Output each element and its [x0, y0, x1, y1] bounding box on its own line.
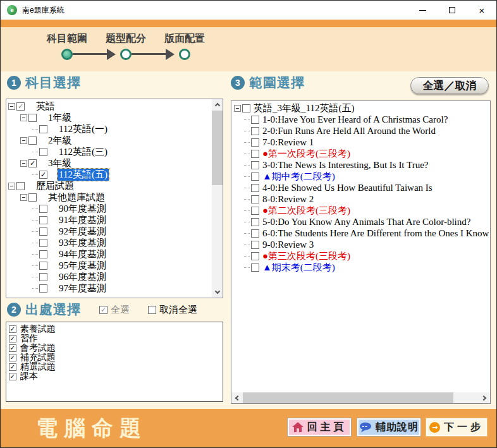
tree-row[interactable]: 3-0:The News Is Interesting, But Is It T…	[233, 159, 490, 171]
source-checkbox[interactable]: ✓	[9, 363, 16, 371]
expander-minus-icon[interactable]	[20, 137, 27, 144]
tree-checkbox[interactable]	[251, 241, 259, 249]
tree-checkbox[interactable]	[251, 138, 259, 147]
tree-checkbox[interactable]	[39, 284, 47, 293]
scroll-left-icon[interactable]	[231, 392, 242, 403]
tree-node-label[interactable]: 94年度基測	[58, 248, 107, 260]
tree-checkbox[interactable]: ✓	[16, 102, 25, 111]
tree-checkbox[interactable]: ✓	[39, 171, 47, 179]
tree-checkbox[interactable]	[39, 148, 47, 156]
tree-node-label[interactable]: 1年級	[47, 112, 73, 124]
deselect-all-checkbox-group[interactable]: 取消全選	[148, 304, 197, 316]
tree-checkbox[interactable]	[251, 207, 259, 215]
tree-node-label[interactable]: 95年度基測	[58, 260, 107, 272]
tree-row[interactable]: 4-0:He Showed Us How Beautiful Taiwan Is	[233, 182, 490, 193]
expander-minus-icon[interactable]	[20, 160, 27, 167]
source-checkbox[interactable]: ✓	[9, 344, 16, 352]
tree-node-label[interactable]: 英語	[35, 100, 56, 112]
tree-checkbox[interactable]	[39, 239, 47, 247]
tree-node-label[interactable]: ●第二次段考(三段考)	[261, 205, 352, 217]
tree-node-label[interactable]: ●第三次段考(三段考)	[261, 250, 352, 262]
tree-row[interactable]: ▲期末考(二段考)	[233, 262, 490, 273]
tree-row[interactable]: ●第二次段考(三段考)	[233, 205, 490, 216]
tree-node-label[interactable]: 9-0:Review 3	[261, 239, 315, 250]
source-checkbox[interactable]: ✓	[9, 354, 16, 361]
tree-row[interactable]: 95年度基測	[6, 260, 211, 271]
tree-node-label[interactable]: 歷屆試題	[35, 180, 75, 192]
tree-checkbox[interactable]	[28, 193, 37, 202]
source-list-item[interactable]: ✓課本	[9, 372, 220, 381]
tree-node-label[interactable]: 93年度基測	[58, 237, 107, 249]
tree-checkbox[interactable]	[251, 229, 259, 238]
next-button[interactable]: → 下一步	[426, 418, 488, 437]
tree-row[interactable]: 其他題庫試題	[6, 191, 211, 203]
tree-node-label[interactable]: 3-0:The News Is Interesting, But Is It T…	[261, 160, 429, 171]
scroll-right-icon[interactable]	[479, 392, 490, 403]
tree-node-label[interactable]: 112英語(三)	[58, 146, 109, 158]
tree-row[interactable]: 92年度基測	[6, 226, 211, 237]
tree-row[interactable]: 94年度基測	[6, 248, 211, 260]
scroll-up-icon[interactable]	[212, 99, 223, 110]
tree-checkbox[interactable]	[251, 195, 259, 203]
tree-row[interactable]: 112英語(三)	[6, 146, 211, 157]
tree-node-label[interactable]: 96年度基測	[58, 271, 107, 283]
tree-node-label[interactable]: 2年級	[47, 135, 73, 147]
tree-row[interactable]: ▲期中考(二段考)	[233, 171, 490, 182]
tree-row[interactable]: ●第一次段考(三段考)	[233, 148, 490, 159]
tree-checkbox[interactable]	[39, 262, 47, 270]
tree-row[interactable]: ✓英語	[6, 100, 211, 112]
tree-checkbox[interactable]	[251, 161, 259, 169]
tree-checkbox[interactable]	[242, 104, 250, 112]
deselect-all-checkbox[interactable]	[148, 306, 156, 314]
subject-tree-scrollbar[interactable]	[212, 99, 223, 298]
tree-row[interactable]: 6-0:The Students Here Are Different from…	[233, 227, 490, 239]
tree-row[interactable]: 8-0:Review 2	[233, 193, 490, 205]
expander-minus-icon[interactable]	[20, 194, 27, 201]
tree-row[interactable]: 90年度基測	[6, 203, 211, 214]
expander-minus-icon[interactable]	[8, 103, 15, 110]
tree-checkbox[interactable]	[251, 116, 259, 124]
tree-row[interactable]: 9-0:Review 3	[233, 239, 490, 250]
tree-row[interactable]: 91年度基測	[6, 214, 211, 226]
tree-node-label[interactable]: 97年度基測	[58, 282, 107, 294]
tree-checkbox[interactable]	[16, 182, 25, 190]
tree-node-label[interactable]: 2-0:Fun Runs Are Held All Around the Wor…	[261, 126, 437, 136]
tree-node-label[interactable]: 112英語(五)	[58, 169, 109, 181]
expander-minus-icon[interactable]	[8, 183, 15, 190]
range-tree-scrollbar[interactable]	[231, 392, 490, 403]
tree-checkbox[interactable]	[28, 136, 37, 145]
tree-row[interactable]: ●第三次段考(三段考)	[233, 250, 490, 262]
tree-node-label[interactable]: 91年度基測	[58, 214, 107, 226]
tree-row[interactable]: 2-0:Fun Runs Are Held All Around the Wor…	[233, 125, 490, 136]
tree-node-label[interactable]: 4-0:He Showed Us How Beautiful Taiwan Is	[261, 183, 434, 193]
tree-node-label[interactable]: 112英語(一)	[58, 123, 109, 135]
tree-node-label[interactable]: 7-0:Review 1	[261, 137, 315, 148]
tree-node-label[interactable]: 3年級	[47, 157, 73, 169]
minimize-button[interactable]	[413, 1, 432, 20]
tree-checkbox[interactable]	[39, 227, 47, 236]
tree-node-label[interactable]: 8-0:Review 2	[261, 194, 315, 205]
tree-row[interactable]: 5-0:Do You Know Any Animals That Are Col…	[233, 216, 490, 227]
tree-checkbox[interactable]	[251, 184, 259, 192]
source-list-item[interactable]: ✓素養試題	[9, 324, 220, 334]
source-checkbox[interactable]: ✓	[9, 325, 16, 333]
tree-node-label[interactable]: 6-0:The Students Here Are Different from…	[261, 228, 490, 239]
tree-checkbox[interactable]	[39, 273, 47, 281]
tree-node-label[interactable]: ▲期中考(二段考)	[261, 171, 336, 183]
tree-checkbox[interactable]	[251, 173, 259, 181]
tree-node-label[interactable]: ●第一次段考(三段考)	[261, 148, 352, 160]
tree-checkbox[interactable]	[39, 125, 47, 133]
tree-row[interactable]: ✓3年級	[6, 157, 211, 169]
tree-checkbox[interactable]	[251, 263, 259, 272]
tree-row[interactable]: 112英語(一)	[6, 123, 211, 135]
expander-minus-icon[interactable]	[234, 105, 241, 112]
tree-row[interactable]: 1-0:Have You Ever Heard of A Christmas C…	[233, 114, 490, 125]
scrollbar-thumb[interactable]	[243, 392, 453, 403]
tree-checkbox[interactable]	[251, 127, 259, 135]
help-button[interactable]: 輔助說明	[357, 418, 421, 437]
tree-row[interactable]: 英語_3年級_112英語(五)	[233, 102, 490, 114]
source-list-item[interactable]: ✓精選試題	[9, 362, 220, 372]
tree-node-label[interactable]: 90年度基測	[58, 203, 107, 215]
source-checkbox[interactable]: ✓	[9, 335, 16, 342]
tree-checkbox[interactable]	[39, 250, 47, 258]
